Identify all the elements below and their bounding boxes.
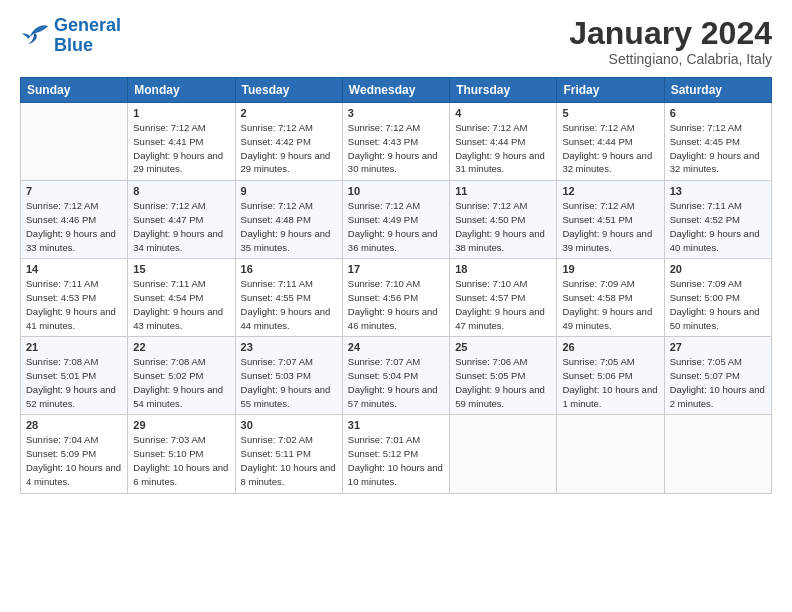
calendar-cell: 30Sunrise: 7:02 AMSunset: 5:11 PMDayligh… <box>235 415 342 493</box>
calendar-cell: 31Sunrise: 7:01 AMSunset: 5:12 PMDayligh… <box>342 415 449 493</box>
sunset-text: Sunset: 5:05 PM <box>455 370 525 381</box>
sunrise-text: Sunrise: 7:02 AM <box>241 434 313 445</box>
calendar-table: SundayMondayTuesdayWednesdayThursdayFrid… <box>20 77 772 493</box>
day-info: Sunrise: 7:03 AMSunset: 5:10 PMDaylight:… <box>133 433 229 488</box>
sunset-text: Sunset: 5:10 PM <box>133 448 203 459</box>
sunrise-text: Sunrise: 7:12 AM <box>455 200 527 211</box>
day-number: 8 <box>133 185 229 197</box>
weekday-header-sunday: Sunday <box>21 78 128 103</box>
day-number: 3 <box>348 107 444 119</box>
day-number: 7 <box>26 185 122 197</box>
sunrise-text: Sunrise: 7:12 AM <box>348 200 420 211</box>
sunrise-text: Sunrise: 7:06 AM <box>455 356 527 367</box>
daylight-text: Daylight: 9 hours and 59 minutes. <box>455 384 545 409</box>
sunset-text: Sunset: 5:00 PM <box>670 292 740 303</box>
sunset-text: Sunset: 4:58 PM <box>562 292 632 303</box>
day-number: 30 <box>241 419 337 431</box>
day-number: 16 <box>241 263 337 275</box>
day-info: Sunrise: 7:12 AMSunset: 4:48 PMDaylight:… <box>241 199 337 254</box>
daylight-text: Daylight: 9 hours and 49 minutes. <box>562 306 652 331</box>
day-info: Sunrise: 7:07 AMSunset: 5:03 PMDaylight:… <box>241 355 337 410</box>
sunrise-text: Sunrise: 7:09 AM <box>562 278 634 289</box>
week-row-5: 28Sunrise: 7:04 AMSunset: 5:09 PMDayligh… <box>21 415 772 493</box>
day-number: 10 <box>348 185 444 197</box>
daylight-text: Daylight: 9 hours and 47 minutes. <box>455 306 545 331</box>
calendar-cell: 16Sunrise: 7:11 AMSunset: 4:55 PMDayligh… <box>235 259 342 337</box>
calendar-cell: 25Sunrise: 7:06 AMSunset: 5:05 PMDayligh… <box>450 337 557 415</box>
day-info: Sunrise: 7:12 AMSunset: 4:47 PMDaylight:… <box>133 199 229 254</box>
day-number: 17 <box>348 263 444 275</box>
header: General Blue January 2024 Settingiano, C… <box>20 16 772 67</box>
calendar-cell <box>664 415 771 493</box>
day-number: 14 <box>26 263 122 275</box>
calendar-cell: 15Sunrise: 7:11 AMSunset: 4:54 PMDayligh… <box>128 259 235 337</box>
sunset-text: Sunset: 4:48 PM <box>241 214 311 225</box>
week-row-1: 1Sunrise: 7:12 AMSunset: 4:41 PMDaylight… <box>21 103 772 181</box>
day-info: Sunrise: 7:12 AMSunset: 4:42 PMDaylight:… <box>241 121 337 176</box>
sunrise-text: Sunrise: 7:12 AM <box>348 122 420 133</box>
daylight-text: Daylight: 9 hours and 33 minutes. <box>26 228 116 253</box>
calendar-cell <box>450 415 557 493</box>
day-info: Sunrise: 7:12 AMSunset: 4:45 PMDaylight:… <box>670 121 766 176</box>
day-info: Sunrise: 7:11 AMSunset: 4:53 PMDaylight:… <box>26 277 122 332</box>
calendar-cell: 12Sunrise: 7:12 AMSunset: 4:51 PMDayligh… <box>557 181 664 259</box>
calendar-cell: 20Sunrise: 7:09 AMSunset: 5:00 PMDayligh… <box>664 259 771 337</box>
day-info: Sunrise: 7:10 AMSunset: 4:56 PMDaylight:… <box>348 277 444 332</box>
day-info: Sunrise: 7:12 AMSunset: 4:41 PMDaylight:… <box>133 121 229 176</box>
day-info: Sunrise: 7:12 AMSunset: 4:43 PMDaylight:… <box>348 121 444 176</box>
day-number: 29 <box>133 419 229 431</box>
day-number: 1 <box>133 107 229 119</box>
daylight-text: Daylight: 9 hours and 29 minutes. <box>133 150 223 175</box>
day-number: 9 <box>241 185 337 197</box>
sunset-text: Sunset: 5:11 PM <box>241 448 311 459</box>
sunset-text: Sunset: 4:49 PM <box>348 214 418 225</box>
sunrise-text: Sunrise: 7:11 AM <box>241 278 313 289</box>
day-number: 4 <box>455 107 551 119</box>
calendar-cell: 21Sunrise: 7:08 AMSunset: 5:01 PMDayligh… <box>21 337 128 415</box>
daylight-text: Daylight: 9 hours and 40 minutes. <box>670 228 760 253</box>
sunset-text: Sunset: 5:06 PM <box>562 370 632 381</box>
calendar-cell: 28Sunrise: 7:04 AMSunset: 5:09 PMDayligh… <box>21 415 128 493</box>
calendar-cell: 7Sunrise: 7:12 AMSunset: 4:46 PMDaylight… <box>21 181 128 259</box>
calendar-cell: 17Sunrise: 7:10 AMSunset: 4:56 PMDayligh… <box>342 259 449 337</box>
day-number: 19 <box>562 263 658 275</box>
day-number: 25 <box>455 341 551 353</box>
sunset-text: Sunset: 4:44 PM <box>455 136 525 147</box>
daylight-text: Daylight: 9 hours and 55 minutes. <box>241 384 331 409</box>
day-info: Sunrise: 7:07 AMSunset: 5:04 PMDaylight:… <box>348 355 444 410</box>
sunrise-text: Sunrise: 7:07 AM <box>348 356 420 367</box>
weekday-header-wednesday: Wednesday <box>342 78 449 103</box>
sunrise-text: Sunrise: 7:03 AM <box>133 434 205 445</box>
sunrise-text: Sunrise: 7:05 AM <box>562 356 634 367</box>
day-info: Sunrise: 7:08 AMSunset: 5:02 PMDaylight:… <box>133 355 229 410</box>
day-info: Sunrise: 7:12 AMSunset: 4:46 PMDaylight:… <box>26 199 122 254</box>
sunrise-text: Sunrise: 7:09 AM <box>670 278 742 289</box>
sunset-text: Sunset: 4:50 PM <box>455 214 525 225</box>
weekday-header-friday: Friday <box>557 78 664 103</box>
daylight-text: Daylight: 9 hours and 38 minutes. <box>455 228 545 253</box>
daylight-text: Daylight: 9 hours and 29 minutes. <box>241 150 331 175</box>
sunrise-text: Sunrise: 7:07 AM <box>241 356 313 367</box>
sunset-text: Sunset: 5:09 PM <box>26 448 96 459</box>
logo-text: General Blue <box>54 16 121 56</box>
daylight-text: Daylight: 10 hours and 10 minutes. <box>348 462 443 487</box>
weekday-header-monday: Monday <box>128 78 235 103</box>
daylight-text: Daylight: 9 hours and 50 minutes. <box>670 306 760 331</box>
calendar-cell: 26Sunrise: 7:05 AMSunset: 5:06 PMDayligh… <box>557 337 664 415</box>
week-row-3: 14Sunrise: 7:11 AMSunset: 4:53 PMDayligh… <box>21 259 772 337</box>
day-number: 12 <box>562 185 658 197</box>
sunrise-text: Sunrise: 7:12 AM <box>562 200 634 211</box>
week-row-2: 7Sunrise: 7:12 AMSunset: 4:46 PMDaylight… <box>21 181 772 259</box>
day-info: Sunrise: 7:02 AMSunset: 5:11 PMDaylight:… <box>241 433 337 488</box>
calendar-cell: 6Sunrise: 7:12 AMSunset: 4:45 PMDaylight… <box>664 103 771 181</box>
sunset-text: Sunset: 5:04 PM <box>348 370 418 381</box>
day-info: Sunrise: 7:10 AMSunset: 4:57 PMDaylight:… <box>455 277 551 332</box>
day-info: Sunrise: 7:09 AMSunset: 5:00 PMDaylight:… <box>670 277 766 332</box>
day-info: Sunrise: 7:12 AMSunset: 4:49 PMDaylight:… <box>348 199 444 254</box>
calendar-cell: 14Sunrise: 7:11 AMSunset: 4:53 PMDayligh… <box>21 259 128 337</box>
sunset-text: Sunset: 4:42 PM <box>241 136 311 147</box>
calendar-cell: 11Sunrise: 7:12 AMSunset: 4:50 PMDayligh… <box>450 181 557 259</box>
logo-line1: General <box>54 15 121 35</box>
day-info: Sunrise: 7:12 AMSunset: 4:50 PMDaylight:… <box>455 199 551 254</box>
sunset-text: Sunset: 5:02 PM <box>133 370 203 381</box>
